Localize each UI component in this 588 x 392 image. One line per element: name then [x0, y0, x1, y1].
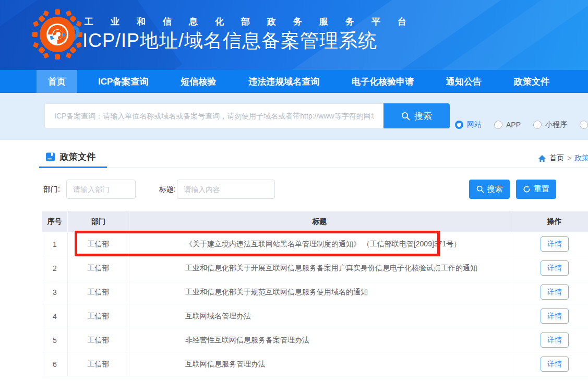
nav-item-home[interactable]: 首页 — [37, 70, 77, 93]
search-type-app[interactable]: APP — [494, 121, 521, 129]
filter-reset-button[interactable]: 重置 — [516, 180, 556, 199]
nav-item-notices[interactable]: 通知公告 — [435, 70, 493, 93]
col-header-no: 序号 — [42, 211, 68, 232]
row-title[interactable]: 互联网信息服务管理办法 — [129, 352, 510, 376]
table-row: 5 工信部 非经营性互联网信息服务备案管理办法 详情 — [42, 328, 588, 352]
table-row: 2 工信部 工业和信息化部关于开展互联网信息服务备案用户真实身份信息电子化核验试… — [42, 256, 588, 280]
nav-item-icp-query[interactable]: ICP备案查询 — [87, 70, 160, 93]
detail-button[interactable]: 详情 — [541, 236, 569, 252]
dept-filter-input[interactable] — [66, 180, 136, 199]
search-type-group: 网站 APP 小程序 快应用 — [455, 120, 588, 129]
icp-search-input[interactable] — [44, 103, 383, 128]
radio-icon — [494, 121, 502, 129]
table-row: 1 工信部 《关于建立境内违法互联网站黑名单管理制度的通知》 （工信部联电管[2… — [42, 232, 588, 256]
row-title[interactable]: 非经营性互联网信息服务备案管理办法 — [129, 328, 510, 352]
tab-policy-files[interactable]: 政策文件 — [39, 147, 107, 168]
row-title[interactable]: 工业和信息化部关于开展互联网信息服务备案用户真实身份信息电子化核验试点工作的通知 — [129, 256, 510, 280]
col-header-op: 操作 — [510, 211, 588, 232]
book-icon — [45, 152, 55, 162]
row-dept: 工信部 — [68, 256, 129, 280]
nav-item-e-verify[interactable]: 电子化核验申请 — [340, 70, 425, 93]
title-filter-label: 标题: — [159, 185, 176, 194]
refresh-icon — [523, 185, 531, 193]
icp-search-box: 搜索 — [44, 103, 450, 128]
detail-button[interactable]: 详情 — [541, 308, 569, 324]
search-icon — [401, 112, 410, 121]
platform-subtitle: 工业和信息化部政务服务平台 — [85, 16, 424, 28]
header-banner: 工业和信息化部政务服务平台 ICP/IP地址/域名信息备案管理系统 — [0, 0, 588, 70]
section-header: 政策文件 — [39, 147, 588, 168]
search-button-label: 搜索 — [414, 110, 432, 122]
table-row: 4 工信部 互联网域名管理办法 详情 — [42, 304, 588, 328]
site-title: ICP/IP地址/域名信息备案管理系统 — [82, 28, 377, 54]
detail-button[interactable]: 详情 — [541, 260, 569, 276]
table-header-row: 序号 部门 标题 操作 — [42, 211, 588, 232]
nav-item-policy-files[interactable]: 政策文件 — [502, 70, 561, 93]
dept-filter-label: 部门: — [43, 185, 60, 194]
row-dept: 工信部 — [68, 280, 129, 304]
detail-button[interactable]: 详情 — [541, 284, 569, 300]
breadcrumb-current[interactable]: 政策文件 — [574, 153, 588, 163]
detail-button[interactable]: 详情 — [541, 332, 569, 348]
search-type-quickapp[interactable]: 快应用 — [580, 120, 588, 129]
row-title[interactable]: 工业和信息化部关于规范互联网信息服务使用域名的通知 — [129, 280, 510, 304]
detail-button[interactable]: 详情 — [541, 357, 569, 372]
section-title: 政策文件 — [60, 151, 95, 163]
row-no: 3 — [42, 280, 68, 304]
nav-item-illegal-domain[interactable]: 违法违规域名查询 — [237, 70, 331, 93]
col-header-dept: 部门 — [68, 211, 129, 232]
table-row: 3 工信部 工业和信息化部关于规范互联网信息服务使用域名的通知 详情 — [42, 280, 588, 304]
radio-icon — [455, 121, 463, 129]
main-nav: 首页 ICP备案查询 短信核验 违法违规域名查询 电子化核验申请 通知公告 政策… — [0, 70, 588, 93]
filter-search-button[interactable]: 搜索 — [469, 180, 510, 199]
row-no: 6 — [42, 352, 68, 376]
row-dept: 工信部 — [68, 328, 129, 352]
breadcrumb-separator: > — [567, 154, 571, 162]
row-dept: 工信部 — [68, 232, 129, 256]
nav-item-sms-verify[interactable]: 短信核验 — [169, 70, 227, 93]
row-no: 5 — [42, 328, 68, 352]
breadcrumb-home[interactable]: 首页 — [549, 153, 564, 163]
row-no: 1 — [42, 232, 68, 256]
row-title[interactable]: 《关于建立境内违法互联网站黑名单管理制度的通知》 （工信部联电管[2009]37… — [129, 232, 510, 256]
row-no: 4 — [42, 304, 68, 328]
home-icon — [538, 155, 546, 162]
radio-icon — [580, 121, 588, 129]
row-title[interactable]: 互联网域名管理办法 — [129, 304, 510, 328]
site-logo-icon — [31, 8, 83, 61]
row-no: 2 — [42, 256, 68, 280]
table-row: 6 工信部 互联网信息服务管理办法 详情 — [42, 352, 588, 376]
search-type-miniprogram[interactable]: 小程序 — [533, 120, 567, 129]
row-dept: 工信部 — [68, 352, 129, 376]
row-dept: 工信部 — [68, 304, 129, 328]
icp-search-button[interactable]: 搜索 — [383, 103, 450, 128]
title-filter-input[interactable] — [177, 180, 275, 199]
search-type-website[interactable]: 网站 — [455, 120, 482, 129]
breadcrumb: 首页 > 政策文件 — [538, 153, 588, 163]
radio-icon — [533, 121, 542, 129]
search-icon — [476, 185, 484, 193]
policy-table: 序号 部门 标题 操作 1 工信部 《关于建立境内违法互联网站黑名单管理制度的通… — [42, 211, 588, 376]
col-header-title: 标题 — [129, 211, 510, 232]
